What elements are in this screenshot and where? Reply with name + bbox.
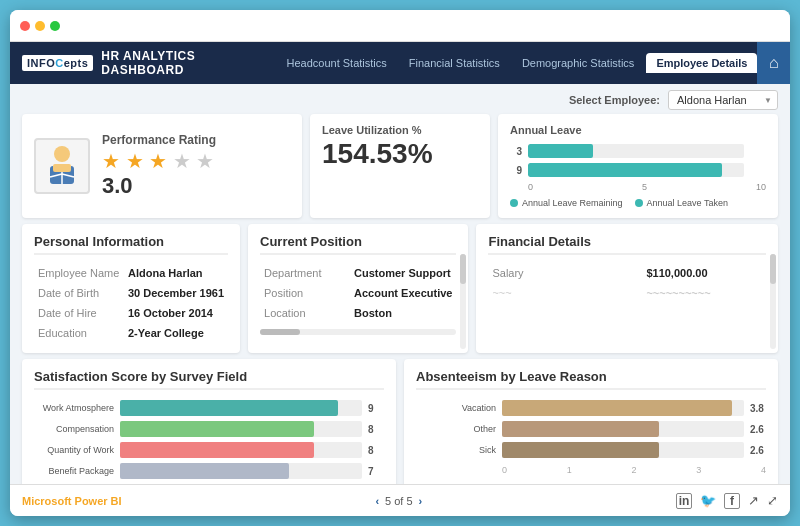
field-label: Location [260,303,350,323]
next-page-button[interactable]: › [419,495,423,507]
field-label: Employee Name [34,263,124,283]
bar-label: Work Atmosphere [34,403,114,413]
legend-taken-label: Annual Leave Taken [647,198,728,208]
position-info-table: Department Customer Support Position Acc… [260,263,456,323]
bar-fill [502,442,659,458]
legend-remaining: Annual Leave Remaining [510,198,623,208]
personal-info-table: Employee Name Aldona Harlan Date of Birt… [34,263,228,343]
linkedin-icon[interactable]: in [676,493,692,509]
leave-title: Leave Utilization % [322,124,478,136]
bar-fill [120,442,314,458]
nav-tabs: Headcount Statistics Financial Statistic… [277,53,758,73]
scroll-thumb-fin [770,254,776,284]
absenteeism-panel: Absenteeism by Leave Reason Vacation 3.8… [404,359,778,484]
page-info: 5 of 5 [385,495,413,507]
list-item: Quantity of Work 8 [34,442,384,458]
bar-value: 9 [368,403,384,414]
annual-leave-title: Annual Leave [510,124,766,136]
footer: Microsoft Power BI ‹ 5 of 5 › in 🐦 f ↗ ⤢ [10,484,790,516]
field-value: 30 December 1961 [124,283,228,303]
expand-icon[interactable]: ⤢ [767,493,778,509]
remaining-track [528,144,744,158]
brand-logo: INFOCepts [22,55,93,71]
remaining-bar [528,144,593,158]
table-row: Date of Hire 16 October 2014 [34,303,228,323]
bar-label: Vacation [416,403,496,413]
bottom-row: Satisfaction Score by Survey Field Work … [10,359,790,484]
bar-fill [502,400,732,416]
table-row: Department Customer Support [260,263,456,283]
star-5: ★ [196,150,214,172]
list-item: Vacation 3.8 [416,400,766,416]
horizontal-scrollbar[interactable] [260,329,456,335]
tab-headcount[interactable]: Headcount Statistics [277,53,397,73]
brand-title: HR ANALYTICS DASHBOARD [101,49,256,77]
bar-label: Other [416,424,496,434]
field-value: Account Executive [350,283,456,303]
star-4: ★ [173,150,191,172]
remaining-label: 3 [510,146,522,157]
field-label: Department [260,263,350,283]
prev-page-button[interactable]: ‹ [375,495,379,507]
satisfaction-bars: Work Atmosphere 9 Compensation 8 [34,398,384,484]
list-item: Other 2.6 [416,421,766,437]
main-content: Select Employee: Aldona Harlan [10,84,790,484]
vertical-scrollbar[interactable] [460,254,466,349]
bar-fill [502,421,659,437]
financial-details-panel: Financial Details Salary $110,000.00 ~~~… [476,224,778,353]
home-icon: ⌂ [769,54,779,72]
select-employee-label: Select Employee: [569,94,660,106]
star-3: ★ [149,150,167,172]
star-2: ★ [126,150,144,172]
personal-info-title: Personal Information [34,234,228,255]
absenteeism-axis: 0 1 2 3 4 [502,465,766,475]
select-employee-dropdown[interactable]: Aldona Harlan [668,90,778,110]
bar-track [502,442,744,458]
titlebar [10,10,790,42]
absenteeism-bars: Vacation 3.8 Other 2.6 Sic [416,398,766,465]
bar-track [120,400,362,416]
maximize-button[interactable] [50,21,60,31]
satisfaction-panel: Satisfaction Score by Survey Field Work … [22,359,396,484]
field-value: 2-Year College [124,323,228,343]
twitter-icon[interactable]: 🐦 [700,493,716,509]
select-employee-bar: Select Employee: Aldona Harlan [10,84,790,114]
brand: INFOCepts HR ANALYTICS DASHBOARD [22,49,257,77]
bar-track [120,421,362,437]
scroll-thumb [460,254,466,284]
bar-fill [120,421,314,437]
tab-demographic[interactable]: Demographic Statistics [512,53,645,73]
legend-remaining-label: Annual Leave Remaining [522,198,623,208]
bar-fill [120,463,289,479]
financial-table: Salary $110,000.00 ~~~ ~~~~~~~~~~ [488,263,766,303]
performance-stars: ★ ★ ★ ★ ★ [102,151,290,171]
field-value: ~~~~~~~~~~ [642,283,766,303]
annual-axis: 0 5 10 [528,182,766,192]
list-item: Compensation 8 [34,421,384,437]
absenteeism-title: Absenteeism by Leave Reason [416,369,766,390]
vertical-scrollbar-fin[interactable] [770,254,776,349]
share-icon[interactable]: ↗ [748,493,759,509]
minimize-button[interactable] [35,21,45,31]
performance-score: 3.0 [102,173,290,199]
bar-track [120,463,362,479]
top-row: Performance Rating ★ ★ ★ ★ ★ 3.0 Leave U… [10,114,790,224]
financial-title: Financial Details [488,234,766,255]
bar-value: 2.6 [750,445,766,456]
home-button[interactable]: ⌂ [757,42,790,84]
tab-employee-details[interactable]: Employee Details [646,53,757,73]
tab-financial[interactable]: Financial Statistics [399,53,510,73]
performance-panel: Performance Rating ★ ★ ★ ★ ★ 3.0 [22,114,302,218]
bar-track [502,421,744,437]
close-button[interactable] [20,21,30,31]
bar-label: Sick [416,445,496,455]
table-row: Salary $110,000.00 [488,263,766,283]
table-row: Position Account Executive [260,283,456,303]
bar-value: 3.8 [750,403,766,414]
leave-utilization-panel: Leave Utilization % 154.53% [310,114,490,218]
facebook-icon[interactable]: f [724,493,740,509]
scrollbar-thumb [260,329,300,335]
field-value: Customer Support [350,263,456,283]
footer-social-icons: in 🐦 f ↗ ⤢ [676,493,778,509]
annual-leave-taken-row: 9 [510,163,766,177]
